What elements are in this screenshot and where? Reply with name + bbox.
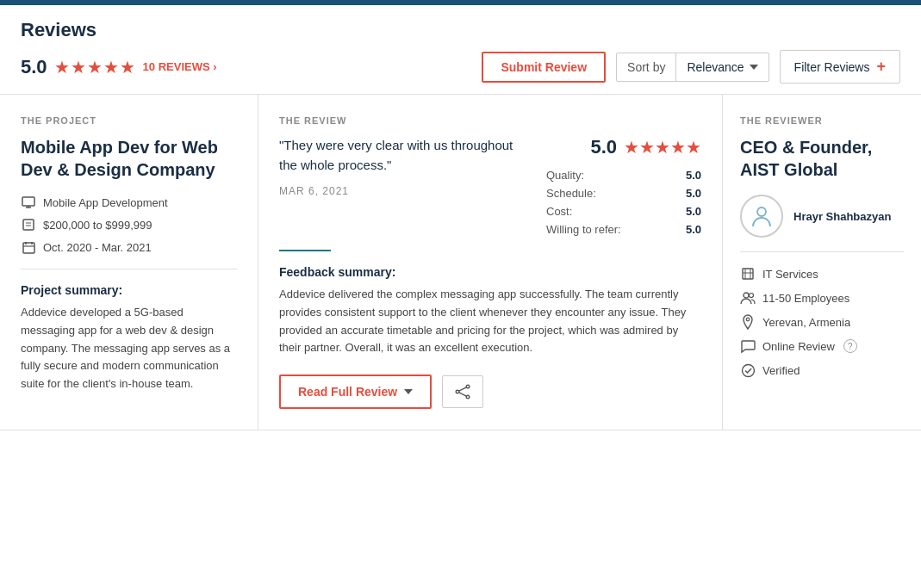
project-column: THE PROJECT Mobile App Dev for Web Dev &…: [0, 95, 258, 430]
share-icon: [455, 385, 470, 399]
read-full-label: Read Full Review: [298, 385, 397, 399]
svg-point-15: [757, 207, 766, 216]
project-summary-text: Addevice developed a 5G-based messaging …: [21, 304, 237, 393]
review-quote: "They were very clear with us throughout…: [279, 136, 532, 175]
cost-row: Cost: 5.0: [546, 205, 701, 218]
sort-value: Relevance: [687, 60, 744, 74]
reviewer-employees: 11-50 Employees: [740, 290, 904, 306]
feedback-divider: [279, 250, 331, 251]
feedback-text: Addevice delivered the complex messaging…: [279, 286, 701, 357]
review-stars: ★★★★★: [624, 137, 701, 158]
svg-point-23: [742, 364, 754, 376]
svg-line-13: [459, 387, 467, 391]
review-left: "They were very clear with us throughout…: [279, 136, 532, 236]
filter-reviews-label: Filter Reviews: [794, 60, 870, 74]
svg-point-12: [456, 390, 459, 393]
reviews-title: Reviews: [21, 19, 900, 41]
sort-relevance-select[interactable]: Relevance: [676, 53, 768, 81]
read-full-review-button[interactable]: Read Full Review: [279, 374, 432, 409]
filter-reviews-button[interactable]: Filter Reviews +: [780, 50, 900, 84]
header-controls: 5.0 ★★★★★ 10 REVIEWS › Submit Review Sor…: [21, 50, 900, 84]
svg-rect-0: [22, 197, 34, 206]
meta-dates: Oct. 2020 - Mar. 2021: [21, 239, 237, 255]
reviewer-verified: Verified: [740, 362, 904, 378]
review-section-label: THE REVIEW: [279, 115, 701, 126]
reviews-count-link[interactable]: 10 REVIEWS ›: [143, 60, 217, 73]
meta-budget-text: $200,000 to $999,999: [43, 219, 152, 232]
reviewer-name: Hrayr Shahbazyan: [793, 210, 891, 223]
svg-point-11: [466, 395, 470, 399]
monitor-icon: [21, 195, 36, 210]
cost-val: 5.0: [686, 205, 701, 218]
schedule-label: Schedule:: [546, 187, 596, 200]
review-date: MAR 6, 2021: [279, 185, 532, 197]
review-big-num: 5.0: [590, 136, 617, 158]
rating-rows: Quality: 5.0 Schedule: 5.0 Cost: 5.0 Wil…: [546, 169, 701, 236]
svg-point-20: [744, 293, 749, 298]
svg-rect-3: [23, 220, 34, 230]
project-divider: [21, 269, 237, 269]
meta-service: Mobile App Development: [21, 195, 237, 210]
schedule-val: 5.0: [686, 187, 701, 200]
question-mark: ?: [843, 339, 857, 353]
share-button[interactable]: [442, 375, 483, 408]
online-review-text: Online Review: [762, 340, 835, 353]
svg-line-14: [459, 393, 467, 396]
cost-label: Cost:: [546, 205, 572, 218]
main-content: THE PROJECT Mobile App Dev for Web Dev &…: [0, 95, 921, 430]
project-section-label: THE PROJECT: [21, 115, 237, 126]
review-rating-box: 5.0 ★★★★★ Quality: 5.0 Schedule: 5.0 Cos…: [546, 136, 701, 236]
location-text: Yerevan, Armenia: [762, 316, 850, 329]
sort-by-label: Sort by: [617, 53, 676, 81]
chat-icon: [740, 338, 756, 354]
submit-review-button[interactable]: Submit Review: [482, 52, 606, 83]
people-icon: [740, 290, 756, 306]
header-section: Reviews 5.0 ★★★★★ 10 REVIEWS › Submit Re…: [0, 5, 921, 95]
it-services-text: IT Services: [762, 268, 818, 281]
svg-point-10: [466, 385, 470, 388]
read-full-chevron-icon: [404, 389, 413, 394]
willing-row: Willing to refer: 5.0: [546, 223, 701, 236]
reviewer-section-label: THE REVIEWER: [740, 115, 904, 126]
reviewer-location: Yerevan, Armenia: [740, 314, 904, 330]
avatar: [740, 195, 783, 238]
willing-label: Willing to refer:: [546, 223, 621, 236]
project-title: Mobile App Dev for Web Dev & Design Comp…: [21, 136, 237, 181]
verified-icon: [740, 362, 756, 378]
review-column: THE REVIEW "They were very clear with us…: [258, 95, 723, 430]
meta-dates-text: Oct. 2020 - Mar. 2021: [43, 241, 152, 254]
person-icon: [750, 204, 774, 228]
quality-val: 5.0: [686, 169, 701, 182]
sort-by-container: Sort by Relevance: [616, 53, 769, 82]
quality-row: Quality: 5.0: [546, 169, 701, 182]
chevron-down-icon: [750, 65, 758, 70]
reviewer-title: CEO & Founder, AIST Global: [740, 136, 904, 181]
feedback-title: Feedback summary:: [279, 265, 701, 279]
rating-section: 5.0 ★★★★★ 10 REVIEWS ›: [21, 56, 471, 78]
review-top: "They were very clear with us throughout…: [279, 136, 701, 236]
project-summary-title: Project summary:: [21, 283, 237, 297]
willing-val: 5.0: [686, 223, 701, 236]
calendar-icon: [21, 239, 36, 255]
reviewer-meta: IT Services 11-50 Employees: [740, 266, 904, 378]
quality-label: Quality:: [546, 169, 584, 182]
review-actions: Read Full Review: [279, 374, 701, 409]
reviewer-column: THE REVIEWER CEO & Founder, AIST Global …: [723, 95, 921, 430]
dollar-icon: [21, 217, 36, 232]
svg-point-22: [746, 318, 750, 321]
reviewer-online-review: Online Review ?: [740, 338, 904, 354]
svg-rect-6: [23, 243, 34, 253]
meta-budget: $200,000 to $999,999: [21, 217, 237, 232]
schedule-row: Schedule: 5.0: [546, 187, 701, 200]
verified-text: Verified: [762, 364, 800, 377]
employees-text: 11-50 Employees: [762, 292, 849, 305]
project-meta: Mobile App Development $200,000 to $999,…: [21, 195, 237, 255]
building-icon: [740, 266, 756, 282]
filter-plus-icon: +: [876, 58, 886, 76]
overall-rating: 5.0: [21, 56, 47, 78]
meta-service-text: Mobile App Development: [43, 196, 168, 209]
review-big-rating: 5.0 ★★★★★: [546, 136, 701, 158]
location-icon: [740, 314, 756, 330]
reviewer-avatar-row: Hrayr Shahbazyan: [740, 195, 904, 252]
reviewer-it-services: IT Services: [740, 266, 904, 282]
